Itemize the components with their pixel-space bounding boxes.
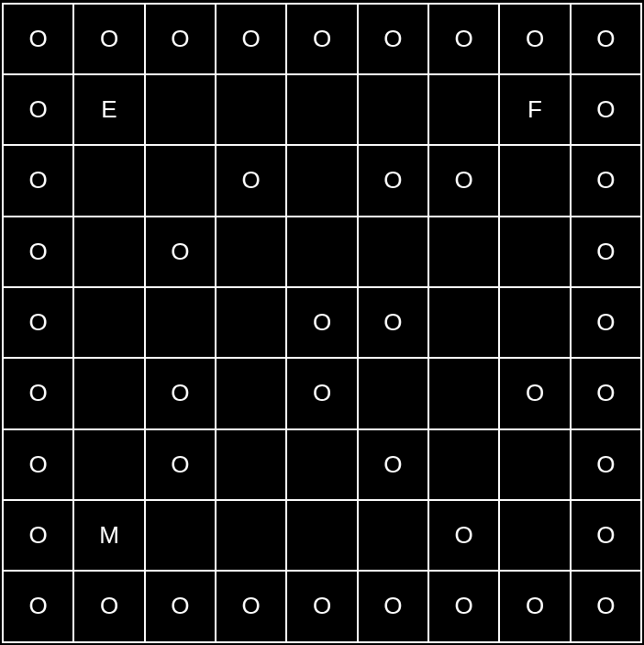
cell-obstacle[interactable]: O [4, 75, 72, 144]
cell-obstacle[interactable]: O [572, 572, 640, 640]
cell-flag[interactable]: F [500, 75, 569, 144]
cell-empty[interactable] [359, 501, 427, 570]
game-grid: OOOOOOOOOOEFOOOOOOOOOOOOOOOOOOOOOOOMOOOO… [2, 3, 642, 643]
cell-empty[interactable] [74, 146, 143, 215]
cell-empty[interactable] [217, 75, 285, 144]
cell-obstacle[interactable]: O [572, 430, 640, 499]
cell-empty[interactable] [217, 501, 285, 570]
cell-empty[interactable] [74, 359, 143, 428]
cell-obstacle[interactable]: O [429, 572, 498, 640]
cell-obstacle[interactable]: O [146, 430, 215, 499]
cell-obstacle[interactable]: O [287, 359, 356, 428]
cell-empty[interactable] [146, 501, 215, 570]
cell-empty[interactable] [359, 217, 427, 286]
cell-empty[interactable] [429, 288, 498, 357]
cell-obstacle[interactable]: O [429, 5, 498, 73]
cell-empty[interactable] [217, 430, 285, 499]
cell-empty[interactable] [500, 288, 569, 357]
cell-obstacle[interactable]: O [572, 288, 640, 357]
cell-obstacle[interactable]: O [217, 5, 285, 73]
cell-empty[interactable] [287, 75, 356, 144]
cell-empty[interactable] [429, 75, 498, 144]
cell-obstacle[interactable]: O [572, 146, 640, 215]
cell-obstacle[interactable]: O [217, 572, 285, 640]
cell-empty[interactable] [500, 217, 569, 286]
cell-obstacle[interactable]: O [287, 5, 356, 73]
cell-obstacle[interactable]: O [4, 359, 72, 428]
cell-obstacle[interactable]: O [429, 146, 498, 215]
cell-obstacle[interactable]: O [4, 430, 72, 499]
cell-empty[interactable] [500, 146, 569, 215]
cell-obstacle[interactable]: O [572, 217, 640, 286]
cell-obstacle[interactable]: O [146, 572, 215, 640]
cell-empty[interactable] [287, 146, 356, 215]
cell-empty[interactable] [74, 430, 143, 499]
cell-obstacle[interactable]: O [359, 5, 427, 73]
cell-obstacle[interactable]: O [146, 217, 215, 286]
cell-empty[interactable] [359, 359, 427, 428]
cell-obstacle[interactable]: O [4, 146, 72, 215]
cell-obstacle[interactable]: O [74, 572, 143, 640]
cell-obstacle[interactable]: O [4, 501, 72, 570]
cell-obstacle[interactable]: O [359, 572, 427, 640]
cell-obstacle[interactable]: O [146, 5, 215, 73]
cell-obstacle[interactable]: O [287, 572, 356, 640]
cell-empty[interactable] [287, 430, 356, 499]
cell-obstacle[interactable]: O [4, 288, 72, 357]
cell-obstacle[interactable]: O [4, 217, 72, 286]
cell-empty[interactable] [74, 217, 143, 286]
cell-obstacle[interactable]: O [500, 5, 569, 73]
cell-obstacle[interactable]: O [359, 430, 427, 499]
cell-empty[interactable] [429, 430, 498, 499]
cell-obstacle[interactable]: O [146, 359, 215, 428]
cell-empty[interactable] [217, 288, 285, 357]
cell-obstacle[interactable]: O [500, 359, 569, 428]
cell-empty[interactable] [287, 217, 356, 286]
cell-empty[interactable] [429, 217, 498, 286]
cell-empty[interactable] [287, 501, 356, 570]
cell-empty[interactable] [359, 75, 427, 144]
cell-obstacle[interactable]: O [359, 288, 427, 357]
cell-obstacle[interactable]: O [217, 146, 285, 215]
cell-obstacle[interactable]: O [572, 5, 640, 73]
cell-empty[interactable] [74, 288, 143, 357]
cell-obstacle[interactable]: O [359, 146, 427, 215]
cell-empty[interactable] [217, 359, 285, 428]
cell-obstacle[interactable]: O [429, 501, 498, 570]
cell-empty[interactable] [500, 501, 569, 570]
cell-obstacle[interactable]: O [572, 359, 640, 428]
cell-obstacle[interactable]: O [500, 572, 569, 640]
cell-empty[interactable] [217, 217, 285, 286]
cell-empty[interactable] [429, 359, 498, 428]
cell-empty[interactable] [146, 146, 215, 215]
cell-obstacle[interactable]: O [4, 5, 72, 73]
cell-exit[interactable]: E [74, 75, 143, 144]
cell-empty[interactable] [500, 430, 569, 499]
cell-empty[interactable] [146, 75, 215, 144]
cell-obstacle[interactable]: O [287, 288, 356, 357]
cell-obstacle[interactable]: O [572, 501, 640, 570]
cell-obstacle[interactable]: O [4, 572, 72, 640]
cell-empty[interactable] [146, 288, 215, 357]
cell-mover[interactable]: M [74, 501, 143, 570]
cell-obstacle[interactable]: O [74, 5, 143, 73]
cell-obstacle[interactable]: O [572, 75, 640, 144]
